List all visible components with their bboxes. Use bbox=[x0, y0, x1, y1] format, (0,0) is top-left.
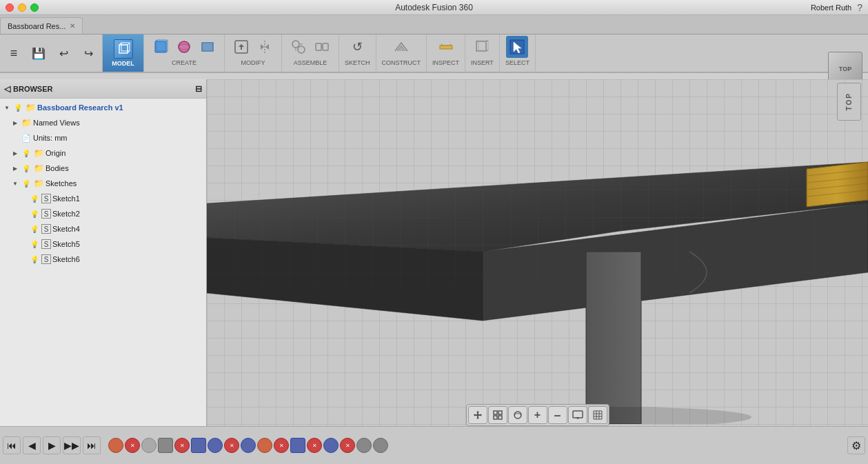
construct-offset-btn[interactable] bbox=[390, 36, 412, 58]
vp-zoom-in-btn[interactable]: + bbox=[528, 406, 547, 424]
timeline-tool-15[interactable]: ✕ bbox=[340, 438, 355, 453]
timeline-next-btn[interactable]: ▶▶ bbox=[63, 436, 81, 454]
timeline-start-btn[interactable]: ⏮ bbox=[3, 436, 21, 454]
tree-sketch4[interactable]: 💡 S Sketch4 bbox=[0, 221, 206, 236]
origin-bulb-icon: 💡 bbox=[21, 148, 32, 159]
browser-header: ◁ BROWSER ⊟ bbox=[0, 79, 206, 99]
insert-decal-btn[interactable] bbox=[471, 36, 493, 58]
sketches-arrow[interactable]: ▼ bbox=[11, 179, 19, 188]
sketch2-label: Sketch2 bbox=[52, 210, 80, 218]
tab-close-button[interactable]: ✕ bbox=[70, 22, 75, 30]
timeline-tool-17[interactable] bbox=[373, 438, 388, 453]
timeline-play-btn[interactable]: ▶ bbox=[43, 436, 61, 454]
modify-label: MODIFY bbox=[241, 59, 265, 66]
svg-rect-22 bbox=[323, 43, 328, 50]
timeline-tool-2[interactable]: ✕ bbox=[125, 438, 140, 453]
timeline-prev-btn[interactable]: ◀ bbox=[23, 436, 41, 454]
sketch1-bulb-icon: 💡 bbox=[29, 193, 40, 204]
timeline-tool-4[interactable] bbox=[158, 438, 173, 453]
sketch4-label: Sketch4 bbox=[52, 225, 80, 233]
close-button[interactable] bbox=[6, 3, 14, 12]
tree-origin[interactable]: ▶ 💡 📁 Origin bbox=[0, 145, 206, 161]
active-tab[interactable]: Bassboard Res... ✕ bbox=[0, 17, 83, 34]
model-section[interactable]: MODEL bbox=[103, 34, 144, 72]
undo-icon[interactable]: ↩ bbox=[52, 42, 74, 64]
toolbar-group-modify: MODIFY bbox=[225, 34, 282, 72]
toolbar-group-construct: CONSTRUCT bbox=[376, 34, 427, 72]
help-icon[interactable]: ? bbox=[857, 2, 862, 13]
browser-panel: ◁ BROWSER ⊟ ▼ 💡 📁 Bassboard Research v1 … bbox=[0, 79, 207, 426]
svg-rect-29 bbox=[476, 41, 486, 51]
sketch-label: SKETCH bbox=[345, 59, 370, 66]
modify-push-btn[interactable] bbox=[230, 36, 252, 58]
save-icon[interactable]: 💾 bbox=[28, 42, 50, 64]
svg-rect-24 bbox=[440, 46, 452, 49]
timeline-tool-1[interactable] bbox=[108, 438, 123, 453]
tree-sketch2[interactable]: 💡 S Sketch2 bbox=[0, 206, 206, 221]
vp-zoom-out-btn[interactable]: – bbox=[548, 406, 567, 424]
sketch4-bulb-icon: 💡 bbox=[29, 223, 40, 234]
tree-sketch5[interactable]: 💡 S Sketch5 bbox=[0, 236, 206, 252]
redo-icon[interactable]: ↪ bbox=[77, 42, 99, 64]
timeline-tool-11[interactable]: ✕ bbox=[274, 438, 289, 453]
assemble-motion-btn[interactable] bbox=[311, 36, 333, 58]
tree-units[interactable]: 📄 Units: mm bbox=[0, 130, 206, 145]
tree-bodies[interactable]: ▶ 💡 📁 Bodies bbox=[0, 161, 206, 176]
browser-search-btn[interactable]: ⊟ bbox=[195, 84, 202, 94]
modify-mirror-btn[interactable] bbox=[254, 36, 276, 58]
timeline-tool-9[interactable] bbox=[241, 438, 256, 453]
create-sheet-btn[interactable] bbox=[196, 36, 219, 58]
timeline-tool-16[interactable] bbox=[356, 438, 372, 453]
tree-root-arrow[interactable]: ▼ bbox=[3, 103, 11, 112]
user-name[interactable]: Robert Ruth bbox=[811, 3, 851, 12]
timeline-tool-10[interactable] bbox=[257, 438, 272, 453]
vp-fit-btn[interactable] bbox=[488, 406, 507, 424]
tree-sketches[interactable]: ▼ 💡 📁 Sketches bbox=[0, 176, 206, 191]
inspect-label: INSPECT bbox=[432, 59, 459, 66]
vp-display-btn[interactable] bbox=[568, 406, 587, 424]
sketch1-icon: S bbox=[41, 194, 51, 203]
timeline-tool-7[interactable] bbox=[208, 438, 223, 453]
browser-title: BROWSER bbox=[13, 85, 192, 93]
timeline-tool-12[interactable] bbox=[290, 438, 305, 453]
vp-orbit-btn[interactable] bbox=[508, 406, 527, 424]
timeline-tool-14[interactable] bbox=[323, 438, 339, 453]
timeline-tool-13[interactable]: ✕ bbox=[307, 438, 322, 453]
origin-arrow[interactable]: ▶ bbox=[11, 149, 19, 157]
named-views-arrow[interactable]: ▶ bbox=[11, 119, 19, 127]
browser-collapse-btn[interactable]: ◁ bbox=[4, 84, 10, 94]
tab-bar: Bassboard Res... ✕ bbox=[0, 15, 868, 34]
create-surface-btn[interactable] bbox=[173, 36, 195, 58]
sketches-folder-icon: 📁 bbox=[33, 178, 44, 189]
tree-named-views[interactable]: ▶ 📁 Named Views bbox=[0, 115, 206, 130]
bodies-folder-icon: 📁 bbox=[33, 163, 44, 174]
create-solid-btn[interactable] bbox=[150, 36, 172, 58]
settings-gear-btn[interactable]: ⚙ bbox=[847, 436, 865, 454]
vp-pan-btn[interactable] bbox=[468, 406, 487, 424]
tree-root-item[interactable]: ▼ 💡 📁 Bassboard Research v1 bbox=[0, 100, 206, 115]
menu-icon[interactable]: ≡ bbox=[3, 42, 25, 64]
maximize-button[interactable] bbox=[30, 3, 39, 12]
viewport[interactable]: TOP bbox=[207, 79, 868, 426]
inspect-measure-btn[interactable] bbox=[435, 36, 457, 58]
tree-sketch1[interactable]: 💡 S Sketch1 bbox=[0, 191, 206, 206]
timeline-tool-3[interactable] bbox=[141, 438, 157, 453]
timeline-tool-8[interactable]: ✕ bbox=[224, 438, 239, 453]
sketch5-icon: S bbox=[41, 239, 51, 249]
toolbar-container: Bassboard Res... ✕ ≡ 💾 ↩ ↪ MODEL bbox=[0, 15, 868, 73]
minimize-button[interactable] bbox=[18, 3, 26, 12]
timeline-end-btn[interactable]: ⏭ bbox=[83, 436, 101, 454]
select-btn[interactable] bbox=[506, 36, 528, 58]
bodies-arrow[interactable]: ▶ bbox=[11, 164, 19, 172]
tree-sketch6[interactable]: 💡 S Sketch6 bbox=[0, 252, 206, 267]
timeline-tool-5[interactable]: ✕ bbox=[174, 438, 190, 453]
browser-content: ▼ 💡 📁 Bassboard Research v1 ▶ 📁 Named Vi… bbox=[0, 99, 206, 426]
assemble-joint-btn[interactable] bbox=[287, 36, 310, 58]
timeline-tool-6[interactable] bbox=[191, 438, 206, 453]
vp-grid-btn[interactable] bbox=[588, 406, 607, 424]
app-title: Autodesk Fusion 360 bbox=[395, 3, 473, 12]
sketch-undo-btn[interactable]: ↺ bbox=[346, 36, 368, 58]
window-controls bbox=[6, 3, 39, 12]
model-label: MODEL bbox=[112, 60, 134, 67]
construct-label: CONSTRUCT bbox=[382, 59, 421, 66]
